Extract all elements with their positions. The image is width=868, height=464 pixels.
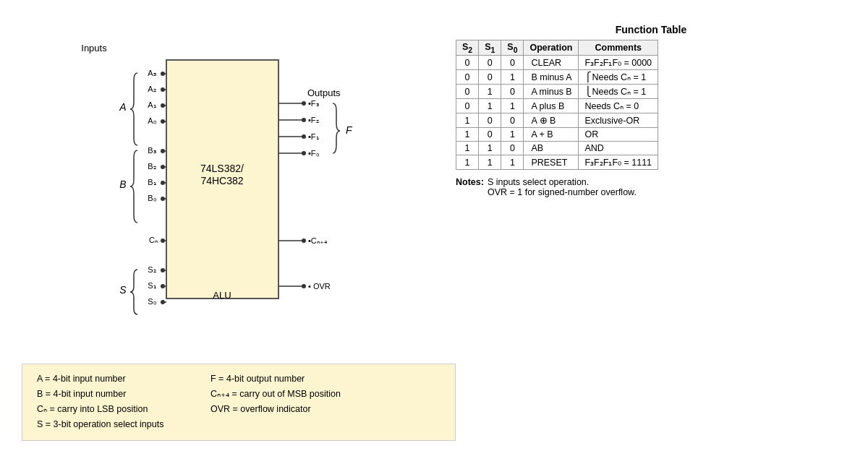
cell-s0-2: 0 xyxy=(501,85,524,99)
main-container: 74LS382/ 74HC382 ALU Inputs Outputs A A₃… xyxy=(7,17,861,448)
cell-operation-1: B minus A xyxy=(524,70,579,85)
table-row: 111PRESETF₃F₂F₁F₀ = 1111 xyxy=(456,155,658,170)
cell-s0-3: 1 xyxy=(501,99,524,113)
cell-operation-7: PRESET xyxy=(524,155,579,170)
cell-s0-5: 1 xyxy=(501,128,524,142)
svg-text:Cₙ: Cₙ xyxy=(149,236,158,244)
function-table: S2 S1 S0 Operation Comments 000CLEARF₃F₂… xyxy=(456,40,658,171)
cell-s2-5: 1 xyxy=(456,128,479,142)
table-row: 101A + BOR xyxy=(456,128,658,142)
cell-s2-4: 1 xyxy=(456,113,479,128)
function-table-area: Function Table S2 S1 S0 Operation Commen… xyxy=(456,24,846,198)
cell-s0-6: 0 xyxy=(501,142,524,155)
svg-text:Outputs: Outputs xyxy=(307,87,341,98)
legend-right-item-2: OVR = overflow indicator xyxy=(210,402,441,417)
alu-diagram-svg: 74LS382/ 74HC382 ALU Inputs Outputs A A₃… xyxy=(22,24,434,356)
svg-text:B: B xyxy=(119,179,126,190)
cell-operation-0: CLEAR xyxy=(524,56,579,70)
svg-text:B₃: B₃ xyxy=(148,146,156,155)
svg-text:• OVR: • OVR xyxy=(308,282,331,291)
cell-operation-3: A plus B xyxy=(524,99,579,113)
table-row: 010A minus B⎩Needs Cₙ = 1 xyxy=(456,85,658,99)
cell-s2-7: 1 xyxy=(456,155,479,170)
legend-grid: A = 4-bit input numberB = 4-bit input nu… xyxy=(37,371,441,433)
cell-s1-6: 1 xyxy=(479,142,501,155)
legend-left-item-1: B = 4-bit input number xyxy=(37,387,210,402)
svg-text:A₂: A₂ xyxy=(148,85,156,93)
svg-point-59 xyxy=(302,239,306,243)
cell-s1-5: 0 xyxy=(479,128,501,142)
svg-point-55 xyxy=(302,151,306,155)
function-table-title: Function Table xyxy=(456,24,846,35)
svg-point-49 xyxy=(302,118,306,122)
legend-left: A = 4-bit input numberB = 4-bit input nu… xyxy=(37,371,210,433)
svg-text:S: S xyxy=(119,284,127,296)
col-s2: S2 xyxy=(456,40,479,56)
table-row: 000CLEARF₃F₂F₁F₀ = 0000 xyxy=(456,56,658,70)
svg-text:•F₀: •F₀ xyxy=(308,149,320,158)
svg-text:B₀: B₀ xyxy=(148,194,156,202)
svg-text:A₀: A₀ xyxy=(148,116,156,125)
notes-content: S inputs select operation. OVR = 1 for s… xyxy=(488,177,637,197)
legend-left-item-2: Cₙ = carry into LSB position xyxy=(37,402,210,417)
svg-point-62 xyxy=(302,284,306,288)
legend-right: F = 4-bit output numberCₙ₊₄ = carry out … xyxy=(210,371,441,433)
legend-left-item-3: S = 3-bit operation select inputs xyxy=(37,417,210,432)
svg-text:74HC382: 74HC382 xyxy=(200,175,243,186)
table-row: 100A ⊕ BExclusive-OR xyxy=(456,113,658,128)
svg-point-52 xyxy=(302,134,306,139)
table-row: 110ABAND xyxy=(456,142,658,155)
cell-s2-2: 0 xyxy=(456,85,479,99)
svg-text:B₁: B₁ xyxy=(148,178,156,186)
notes-line1: S inputs select operation. xyxy=(488,177,637,187)
notes-line2: OVR = 1 for signed-number overflow. xyxy=(488,187,637,197)
svg-text:S₂: S₂ xyxy=(148,265,156,274)
cell-comments-6: AND xyxy=(579,142,658,155)
cell-s1-0: 0 xyxy=(479,56,501,70)
legend-left-item-0: A = 4-bit input number xyxy=(37,371,210,387)
cell-s2-1: 0 xyxy=(456,70,479,85)
svg-text:S₁: S₁ xyxy=(148,281,156,290)
svg-text:A: A xyxy=(119,101,126,113)
cell-s0-1: 1 xyxy=(501,70,524,85)
cell-s1-2: 1 xyxy=(479,85,501,99)
svg-text:A₁: A₁ xyxy=(148,100,156,109)
svg-text:•F₂: •F₂ xyxy=(308,116,319,124)
legend-right-item-1: Cₙ₊₄ = carry out of MSB position xyxy=(210,387,441,402)
col-operation: Operation xyxy=(524,40,579,56)
svg-text:•F₃: •F₃ xyxy=(308,99,319,108)
cell-s0-4: 0 xyxy=(501,113,524,128)
svg-text:B₂: B₂ xyxy=(148,162,156,171)
col-comments: Comments xyxy=(579,40,658,56)
cell-s1-3: 1 xyxy=(479,99,501,113)
notes-area: Notes: S inputs select operation. OVR = … xyxy=(456,177,846,197)
svg-text:•Cₙ₊₄: •Cₙ₊₄ xyxy=(308,236,328,245)
svg-text:F: F xyxy=(346,124,353,136)
cell-s1-1: 0 xyxy=(479,70,501,85)
col-s0: S0 xyxy=(501,40,524,56)
legend-box: A = 4-bit input numberB = 4-bit input nu… xyxy=(22,364,456,441)
cell-s0-0: 0 xyxy=(501,56,524,70)
cell-comments-4: Exclusive-OR xyxy=(579,113,658,128)
cell-s1-4: 0 xyxy=(479,113,501,128)
cell-s2-6: 1 xyxy=(456,142,479,155)
top-section: 74LS382/ 74HC382 ALU Inputs Outputs A A₃… xyxy=(22,24,846,356)
svg-text:ALU: ALU xyxy=(213,290,231,301)
cell-comments-1: ⎧Needs Cₙ = 1 xyxy=(579,70,658,85)
cell-s2-0: 0 xyxy=(456,56,479,70)
diagram-area: 74LS382/ 74HC382 ALU Inputs Outputs A A₃… xyxy=(22,24,434,356)
legend-right-item-0: F = 4-bit output number xyxy=(210,371,441,387)
cell-s0-7: 1 xyxy=(501,155,524,170)
cell-s2-3: 0 xyxy=(456,99,479,113)
svg-text:74LS382/: 74LS382/ xyxy=(200,163,244,174)
cell-operation-4: A ⊕ B xyxy=(524,113,579,128)
svg-text:Inputs: Inputs xyxy=(81,43,107,53)
svg-text:•F₁: •F₁ xyxy=(308,132,319,141)
svg-text:A₃: A₃ xyxy=(148,69,156,77)
notes-label: Notes: xyxy=(456,177,484,197)
cell-comments-2: ⎩Needs Cₙ = 1 xyxy=(579,85,658,99)
table-row: 001B minus A⎧Needs Cₙ = 1 xyxy=(456,70,658,85)
cell-operation-6: AB xyxy=(524,142,579,155)
svg-text:S₀: S₀ xyxy=(148,297,156,306)
cell-comments-7: F₃F₂F₁F₀ = 1111 xyxy=(579,155,658,170)
